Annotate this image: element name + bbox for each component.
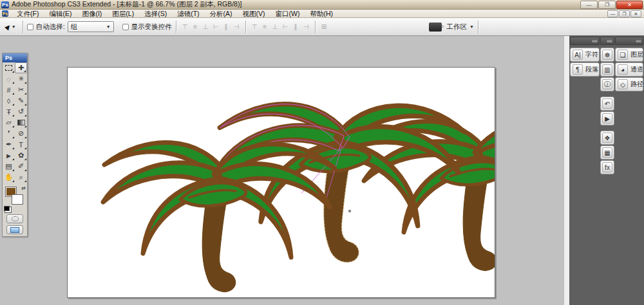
menu-analysis[interactable]: 分析(A)	[205, 10, 238, 18]
show-transform-controls-checkbox[interactable]	[122, 24, 129, 30]
navigator-palette-button[interactable]: ☸	[600, 48, 614, 62]
menu-window[interactable]: 窗口(W)	[270, 10, 305, 18]
toolbox-header[interactable]: Ps	[3, 53, 27, 62]
character-palette-button[interactable]: A| 字符	[570, 48, 600, 62]
styles-palette-button[interactable]: fx	[600, 160, 614, 174]
text-palettes-column: A| 字符 ¶ 段落	[570, 48, 600, 77]
layer-palettes-column: ❏ 图层 ◕ 通道 ◇ 路径	[615, 48, 643, 91]
collapse-dock-button[interactable]: ««	[615, 37, 643, 45]
layers-palette-button[interactable]: ❏ 图层	[615, 48, 643, 62]
distribute-bottom-edges-button[interactable]: ⊥	[270, 22, 280, 32]
lasso-tool[interactable]: ◌	[3, 73, 15, 84]
magic-wand-tool[interactable]: ✳	[15, 73, 27, 84]
menu-edit[interactable]: 编辑(E)	[44, 10, 77, 18]
pen-tool[interactable]: ✒	[3, 139, 15, 150]
menu-help[interactable]: 帮助(H)	[305, 10, 339, 18]
menu-bar: Ps 文件(F)编辑(E)图像(I)图层(L)选择(S)滤镜(T)分析(A)视图…	[0, 10, 644, 18]
menu-select[interactable]: 选择(S)	[139, 10, 172, 18]
move-tool-icon: ▶	[3, 23, 12, 31]
document-minimize-button[interactable]: —	[607, 10, 618, 17]
collapse-dock-button[interactable]: ««	[600, 37, 614, 45]
chevron-down-icon: ▼	[469, 24, 474, 29]
align-top-edges-button[interactable]: ⊤	[180, 22, 190, 32]
auto-select-value: 组	[71, 23, 78, 32]
window-close-button[interactable]: ✕	[616, 1, 643, 9]
quick-mask-mode-button[interactable]	[6, 214, 23, 223]
document-restore-button[interactable]: ❐	[619, 10, 630, 17]
color-palette-button[interactable]: ❖	[600, 131, 614, 145]
go-to-bridge-icon[interactable]	[429, 23, 442, 32]
path-selection-tool[interactable]: ►	[3, 150, 15, 161]
histogram-palette-button[interactable]: ▥	[600, 62, 614, 77]
distribute-vertical-centers-button[interactable]: ≡	[260, 22, 270, 32]
menu-layer[interactable]: 图层(L)	[107, 10, 139, 18]
menu-filter[interactable]: 滤镜(T)	[172, 10, 204, 18]
info-palette-button[interactable]: ⓘ	[600, 77, 614, 91]
move-tool[interactable]: ✚	[15, 62, 27, 73]
title-bar: Ps Adobe Photoshop CS3 Extended - [未标题-1…	[0, 0, 644, 10]
document-canvas[interactable]	[67, 67, 495, 298]
collapse-dock-button[interactable]: ««	[570, 37, 600, 45]
menu-image[interactable]: 图像(I)	[77, 10, 107, 18]
crop-tool[interactable]: #	[3, 84, 15, 95]
auto-align-layers-button[interactable]: ⊞	[319, 22, 329, 32]
eraser-tool[interactable]: ▱	[3, 117, 15, 128]
history-brush-tool[interactable]: ↺	[15, 106, 27, 117]
zoom-tool[interactable]: ⌕	[15, 172, 27, 183]
gradient-tool[interactable]	[15, 117, 27, 128]
slice-tool[interactable]: ✂	[15, 84, 27, 95]
distribute-horizontal-centers-button[interactable]: ∥	[291, 22, 301, 32]
spacer	[118, 21, 118, 33]
background-color-swatch[interactable]	[12, 194, 23, 205]
document-close-button[interactable]: ✕	[630, 10, 641, 17]
auto-select-checkbox[interactable]	[27, 24, 33, 30]
separator	[245, 21, 246, 33]
custom-shape-tool[interactable]: ✿	[15, 150, 27, 161]
clone-stamp-tool[interactable]: Ŧ	[3, 106, 15, 117]
notes-tool[interactable]: ▤	[3, 161, 15, 172]
tool-preset-picker[interactable]: ▶ ▼	[0, 23, 19, 30]
align-horizontal-centers-button[interactable]: ∥	[222, 22, 231, 32]
align-right-edges-button[interactable]: ⊣	[232, 22, 242, 32]
eyedropper-tool[interactable]: ✐	[15, 161, 27, 172]
actions-palette-button[interactable]: ▶	[600, 111, 614, 125]
hand-tool[interactable]: ✋	[3, 172, 15, 183]
distribute-top-edges-button[interactable]: ⊤	[250, 22, 260, 32]
align-bottom-edges-button[interactable]: ⊥	[201, 22, 211, 32]
paragraph-palette-button[interactable]: ¶ 段落	[570, 62, 600, 77]
swap-colors-icon[interactable]: ⇄	[21, 185, 26, 191]
auto-select-label: 自动选择:	[36, 23, 65, 32]
window-minimize-button[interactable]: —	[580, 1, 598, 9]
align-vertical-centers-button[interactable]: ≡	[191, 22, 200, 32]
options-bar: ▶ ▼ 自动选择: 组 ▼ 显示变换控件 ⊤≡⊥⊢∥⊣ ⊤≡⊥⊢∥⊣ ⊞ 工作区…	[0, 18, 644, 36]
workspace-button[interactable]: 工作区 ▼	[447, 23, 474, 32]
dock-edge[interactable]	[564, 36, 569, 305]
rectangular-marquee-tool[interactable]	[3, 62, 15, 73]
history-palette-button[interactable]: ↶	[600, 97, 614, 111]
distribute-left-edges-button[interactable]: ⊢	[281, 22, 290, 32]
align-left-edges-button[interactable]: ⊢	[211, 22, 221, 32]
separator	[315, 21, 316, 33]
brush-tool[interactable]: ✎	[15, 95, 27, 106]
reference-point-marker	[348, 210, 351, 212]
dodge-tool[interactable]: ⊘	[15, 128, 27, 139]
healing-brush-tool[interactable]: ◊	[3, 95, 15, 106]
align-buttons-group: ⊤≡⊥⊢∥⊣	[180, 22, 242, 32]
menu-file[interactable]: 文件(F)	[12, 10, 44, 18]
toolbox: Ps ✚◌✳#✂◊✎Ŧ↺▱❜⊘✒T►✿▤✐✋⌕ ⇄	[2, 53, 28, 237]
auto-select-dropdown[interactable]: 组 ▼	[68, 21, 114, 32]
menu-view[interactable]: 视图(V)	[238, 10, 270, 18]
screen-mode-button[interactable]	[6, 225, 23, 234]
blur-tool[interactable]: ❜	[3, 128, 15, 139]
paths-palette-button[interactable]: ◇ 路径	[615, 77, 643, 91]
palette-dock: «« «« «« A| 字符 ¶ 段落 ☸ ▥ ⓘ ↶ ▶ ❖	[569, 35, 644, 305]
swatches-palette-button[interactable]: ▦	[600, 145, 614, 160]
default-colors-icon[interactable]	[4, 206, 10, 211]
window-restore-button[interactable]: ❐	[598, 1, 616, 9]
channels-palette-button[interactable]: ◕ 通道	[615, 62, 643, 77]
type-tool[interactable]: T	[15, 139, 27, 150]
palette-group-gap	[600, 126, 614, 130]
show-transform-controls-label: 显示变换控件	[131, 23, 172, 32]
distribute-buttons-group: ⊤≡⊥⊢∥⊣	[250, 22, 311, 32]
distribute-right-edges-button[interactable]: ⊣	[301, 22, 311, 32]
